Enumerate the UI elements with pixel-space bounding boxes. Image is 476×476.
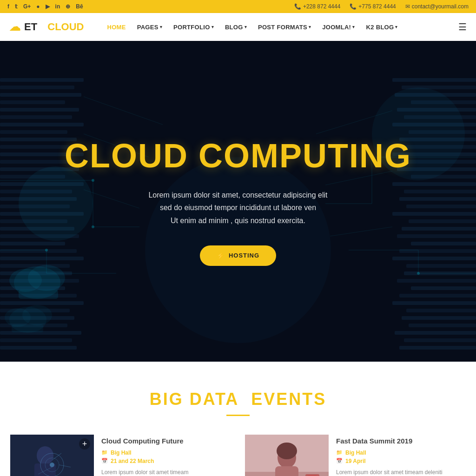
location-icon-2: 📁 <box>336 450 343 456</box>
email: ✉ contact@yourmail.com <box>405 3 469 10</box>
bolt-icon: ⚡ <box>217 252 225 259</box>
plus-icon[interactable]: + <box>79 438 90 450</box>
svg-rect-111 <box>275 466 298 476</box>
svg-point-112 <box>277 443 297 459</box>
pages-arrow: ▾ <box>160 25 162 29</box>
event-desc-2: Lorem ipsum dolor sit amet timeam deleni… <box>336 468 466 476</box>
nav-post-formats[interactable]: POST FORMATS ▾ <box>253 13 316 41</box>
email-icon: ✉ <box>405 3 410 10</box>
contact-info: 📞 +228 872 4444 📞 +775 872 4444 ✉ contac… <box>294 3 469 10</box>
svg-point-86 <box>9 269 42 292</box>
events-title: BIG DATA EVENTS <box>9 390 467 409</box>
nav-pages[interactable]: PAGES ▾ <box>132 13 167 41</box>
portfolio-arrow: ▾ <box>212 25 214 29</box>
event-meta-1: 📁 Big Hall 📅 21 and 22 March <box>101 450 231 464</box>
hosting-button[interactable]: ⚡ HOSTING <box>200 245 276 266</box>
nav-joomla[interactable]: JOOMLA! ▾ <box>317 13 359 41</box>
event-date-2: 📅 19 April <box>336 458 466 464</box>
google-plus-link[interactable]: G+ <box>23 3 31 10</box>
calendar-icon-1: 📅 <box>101 458 108 464</box>
phone1: 📞 +228 872 4444 <box>294 3 340 10</box>
nav-blog[interactable]: BLOG ▾ <box>220 13 251 41</box>
event-title-1: Cloud Computing Future <box>101 436 231 446</box>
globe-link[interactable]: ⊕ <box>66 3 70 10</box>
phone2-icon: 📞 <box>350 3 357 10</box>
location-icon-1: 📁 <box>101 450 108 456</box>
facebook-link[interactable]: f <box>7 3 9 10</box>
event-location-1: 📁 Big Hall <box>101 450 231 456</box>
svg-point-81 <box>45 249 48 251</box>
logo-et: ET <box>24 21 37 33</box>
blog-arrow: ▾ <box>245 25 247 29</box>
svg-point-103 <box>50 463 54 467</box>
nav-portfolio[interactable]: PORTFOLIO ▾ <box>169 13 218 41</box>
hero-section: CLOUD COMPUTING Lorem ipsum dolor sit am… <box>0 41 476 362</box>
hero-content: CLOUD COMPUTING Lorem ipsum dolor sit am… <box>55 137 421 266</box>
events-divider <box>226 415 250 416</box>
hero-title: CLOUD COMPUTING <box>65 137 411 175</box>
logo-icon: ☁ <box>9 20 20 33</box>
hero-subtitle: Lorem ipsum dolor sit amet, consectetur … <box>65 189 411 227</box>
post-arrow: ▾ <box>309 25 311 29</box>
event-location-2: 📁 Big Hall <box>336 450 466 456</box>
svg-point-90 <box>5 308 31 327</box>
twitter-link[interactable]: 𝕥 <box>15 3 18 10</box>
linkedin-link[interactable]: in <box>55 3 60 10</box>
event-image-2 <box>245 435 329 476</box>
event-info-2: Fast Data Summit 2019 📁 Big Hall 📅 19 Ap… <box>336 435 466 476</box>
phone2: 📞 +775 872 4444 <box>350 3 396 10</box>
event-card-1: + Cloud <box>10 435 231 476</box>
events-grid: + Cloud <box>10 435 466 476</box>
event-date-1: 📅 21 and 22 March <box>101 458 231 464</box>
event-meta-2: 📁 Big Hall 📅 19 April <box>336 450 466 464</box>
logo[interactable]: ☁ ET CLOUD <box>9 20 84 33</box>
event-img-svg-2 <box>245 435 329 476</box>
event-desc-1: Lorem ipsum dolor sit amet timeam <box>101 468 231 476</box>
k2-arrow: ▾ <box>395 25 397 29</box>
joomla-arrow: ▾ <box>352 25 355 29</box>
event-info-1: Cloud Computing Future 📁 Big Hall 📅 21 a… <box>101 435 231 476</box>
behance-link[interactable]: Bē <box>76 3 83 10</box>
top-bar: f 𝕥 G+ ● ▶ in ⊕ Bē 📞 +228 872 4444 📞 +77… <box>0 0 476 13</box>
nav-home[interactable]: HOME <box>102 13 130 41</box>
event-card-2: Fast Data Summit 2019 📁 Big Hall 📅 19 Ap… <box>245 435 466 476</box>
circle-link[interactable]: ● <box>36 3 40 10</box>
svg-rect-91 <box>12 324 43 332</box>
youtube-link[interactable]: ▶ <box>46 3 50 10</box>
hamburger-menu[interactable]: ☰ <box>458 21 467 33</box>
navbar: ☁ ET CLOUD HOME PAGES ▾ PORTFOLIO ▾ BLOG… <box>0 13 476 41</box>
calendar-icon-2: 📅 <box>336 458 343 464</box>
social-links: f 𝕥 G+ ● ▶ in ⊕ Bē <box>7 3 83 10</box>
event-title-2: Fast Data Summit 2019 <box>336 436 466 446</box>
svg-rect-87 <box>19 290 58 299</box>
event-image-1: + <box>10 435 94 476</box>
svg-point-83 <box>417 272 420 275</box>
logo-cloud-text: CLOUD <box>47 21 84 33</box>
nav-k2-blog[interactable]: K2 BLOG ▾ <box>362 13 403 41</box>
events-section: BIG DATA EVENTS + <box>0 362 476 476</box>
phone-icon: 📞 <box>294 3 301 10</box>
nav-links: HOME PAGES ▾ PORTFOLIO ▾ BLOG ▾ POST FOR… <box>102 13 458 41</box>
